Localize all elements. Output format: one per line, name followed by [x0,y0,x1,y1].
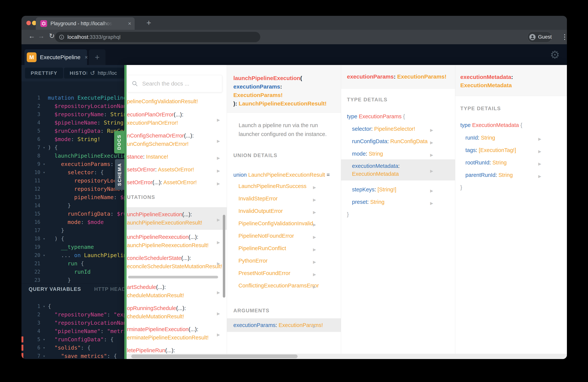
doc-row[interactable]: runConfigData: RunConfigData▶ [341,137,455,146]
fold-arrow-icon[interactable]: ▾ [40,343,48,352]
docs-side-tab[interactable]: DOCS [114,131,124,153]
fold-arrow-icon[interactable]: ▾ [40,302,48,310]
docs-column-vertical-scrollbar[interactable] [223,215,225,297]
doc-row[interactable]: stepKeys: [String!]▶ [341,185,455,194]
browser-tab[interactable]: Playground - http://localhost:3 × [36,17,135,30]
fold-spacer [40,110,48,119]
profile-button[interactable]: Guest [527,31,552,42]
docs-search-box[interactable] [127,75,222,92]
expand-arrow-icon: ▶ [313,245,316,254]
doc-row[interactable]: PipelineRunConflict▶ [227,244,341,253]
expand-arrow-icon: ▶ [217,238,220,247]
doc-row[interactable]: tags: [ExecutionTag!]▶ [455,146,567,154]
docs-search-input[interactable] [142,80,210,87]
doc-row[interactable]: stance: Instance!▶ [126,152,227,161]
doc-row[interactable]: PythonError▶ [227,256,341,265]
expand-arrow-icon: ▶ [313,270,316,278]
fold-spacer [40,259,48,268]
doc-row[interactable]: InvalidOutputError▶ [227,207,341,215]
session-tab[interactable]: M ExecutePipeline × [24,49,87,65]
info-icon[interactable] [59,34,64,40]
fold-arrow-icon[interactable]: ▾ [40,352,48,359]
doc-row[interactable]: concileSchedulerState(...):econcileSched… [126,254,227,271]
endpoint-reload-icon[interactable]: ↺ [90,69,95,77]
expand-arrow-icon: ▶ [538,160,541,168]
docs-panel-edge[interactable] [124,65,126,359]
fold-arrow-icon[interactable]: ▾ [40,168,48,176]
docs-horizontal-scrollbar-track[interactable] [126,354,567,359]
doc-row[interactable]: pelineConfigValidationResult! [126,98,227,105]
expand-arrow-icon: ▶ [217,216,220,224]
doc-row[interactable]: unchPipelineReexecution(...):aunchPipeli… [126,233,227,249]
add-session-button[interactable]: + [89,49,105,65]
fold-arrow-icon[interactable]: ▾ [40,234,48,243]
doc-row[interactable]: parentRunId: String▶ [455,171,567,179]
fold-arrow-icon[interactable]: ▾ [40,251,48,259]
doc-row[interactable]: InvalidStepError▶ [227,194,341,203]
expand-arrow-icon: ▶ [430,199,433,207]
tab-close-icon[interactable]: × [128,20,131,27]
docs-horizontal-scrollbar-thumb[interactable] [131,355,297,358]
field-description: Launch a pipeline run via the run launch… [239,121,332,139]
browser-menu-icon[interactable]: ⋮ [561,32,567,42]
fold-spacer [40,135,48,143]
error-marker [21,337,23,342]
screenshot-root: Playground - http://localhost:3 × + ← → … [0,0,588,382]
doc-row[interactable]: runId: String▶ [455,133,567,142]
expand-arrow-icon: ▶ [217,179,220,188]
back-icon[interactable]: ← [27,32,37,40]
expand-arrow-icon: ▶ [313,258,316,266]
fold-arrow-icon[interactable]: ▾ [40,160,48,168]
expand-arrow-icon: ▶ [538,172,541,180]
doc-row[interactable]: preset: String▶ [341,198,455,206]
fold-spacer [40,243,48,251]
doc-row[interactable]: rootRunId: String▶ [455,158,567,167]
url-bar[interactable]: localhost:3333/graphql [55,32,260,42]
doc-row[interactable]: PresetNotFoundError▶ [227,269,341,277]
expand-arrow-icon: ▶ [217,167,220,175]
doc-row[interactable]: ecutionPlanOrError(...):xecutionPlanOrEr… [126,110,227,127]
profile-label: Guest [538,34,552,40]
doc-row[interactable]: executionMetadata:ExecutionMetadata▶ [341,159,455,180]
doc-row[interactable]: setOrError(...): AssetOrError!▶ [126,178,227,187]
doc-row[interactable]: PipelineNotFoundError▶ [227,232,341,240]
fold-spacer [40,327,48,335]
doc-row[interactable]: unchPipelineExecution(...):aunchPipeline… [126,207,227,230]
forward-icon[interactable]: → [37,32,46,40]
doc-row[interactable]: letePipelineRun(...):letePipelineRunResu… [126,346,227,354]
doc-row[interactable]: LaunchPipelineRunSuccess▶ [227,182,341,190]
settings-gear-icon[interactable]: ⚙ [550,48,560,61]
doc-row[interactable]: mode: String▶ [341,149,455,158]
url-text: localhost:3333/graphql [67,34,121,40]
window-close-button[interactable] [26,21,31,25]
tab-query-variables[interactable]: QUERY VARIABLES [29,286,81,292]
fold-arrow-icon[interactable]: ▾ [40,335,48,343]
column-horizontal-scrollbar[interactable] [128,276,218,278]
doc-row[interactable]: opRunningSchedule(...):cheduleMutationRe… [126,304,227,320]
new-tab-button[interactable]: + [143,18,154,28]
type-declaration-line: union LaunchPipelineExecutionResult = [233,171,341,179]
fold-arrow-icon[interactable]: ▾ [40,143,48,152]
expand-arrow-icon: ▶ [217,137,220,145]
fold-spacer [40,226,48,234]
prettify-button[interactable]: PRETTIFY [25,68,63,79]
browser-tabstrip: Playground - http://localhost:3 × + [21,16,567,30]
doc-row[interactable]: selector: PipelineSelector!▶ [341,125,455,133]
doc-row[interactable]: ConflictingExecutionParamsError▶ [227,281,341,290]
doc-row[interactable]: PipelineConfigValidationInvalid▶ [227,219,341,228]
mutation-badge: M [27,52,37,62]
fold-spacer [40,102,48,110]
doc-section-header: TYPE DETAILS [460,105,567,112]
error-marker [21,353,23,359]
session-close-icon[interactable]: × [84,54,88,61]
fold-spacer [40,319,48,327]
doc-row[interactable]: executionParams: ExecutionParams!▶ [227,318,341,332]
expand-arrow-icon: ▶ [313,322,316,331]
schema-side-tab[interactable]: SCHEMA [115,159,124,190]
doc-row[interactable]: artSchedule(...):cheduleMutationResult!▶ [126,283,227,299]
doc-row[interactable]: rminatePipelineExecution(...):erminatePi… [126,325,227,342]
doc-row[interactable]: nConfigSchemaOrError(...):unConfigSchema… [126,131,227,148]
endpoint-url-text: http://loc [98,70,117,76]
fold-spacer [40,94,48,102]
doc-row[interactable]: setsOrError: AssetsOrError!▶ [126,165,227,174]
